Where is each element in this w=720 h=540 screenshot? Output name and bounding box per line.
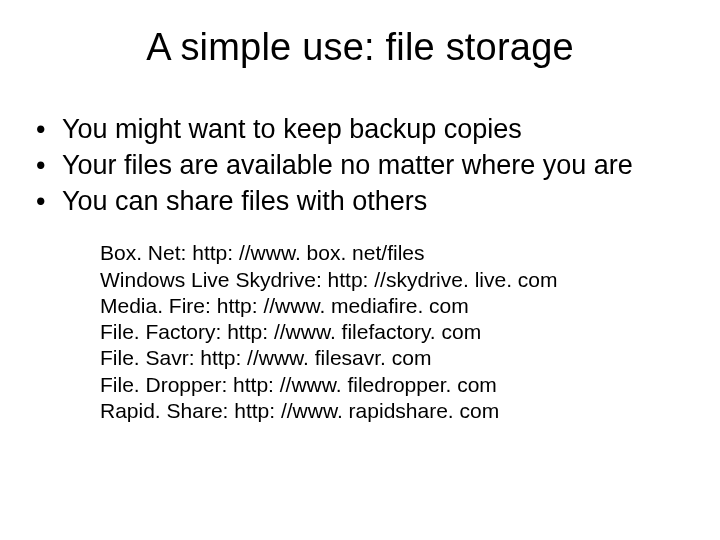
link-list: Box. Net: http: //www. box. net/files Wi… [28,240,692,424]
bullet-item: Your files are available no matter where… [28,149,692,183]
link-line: Rapid. Share: http: //www. rapidshare. c… [100,398,692,424]
slide-body: You might want to keep backup copies You… [0,79,720,424]
link-line: Media. Fire: http: //www. mediafire. com [100,293,692,319]
link-line: Windows Live Skydrive: http: //skydrive.… [100,267,692,293]
slide: A simple use: file storage You might wan… [0,0,720,540]
slide-title: A simple use: file storage [0,0,720,79]
link-line: File. Dropper: http: //www. filedropper.… [100,372,692,398]
link-line: File. Savr: http: //www. filesavr. com [100,345,692,371]
bullet-item: You can share files with others [28,185,692,219]
bullet-item: You might want to keep backup copies [28,113,692,147]
bullet-list: You might want to keep backup copies You… [28,113,692,218]
link-line: Box. Net: http: //www. box. net/files [100,240,692,266]
link-line: File. Factory: http: //www. filefactory.… [100,319,692,345]
